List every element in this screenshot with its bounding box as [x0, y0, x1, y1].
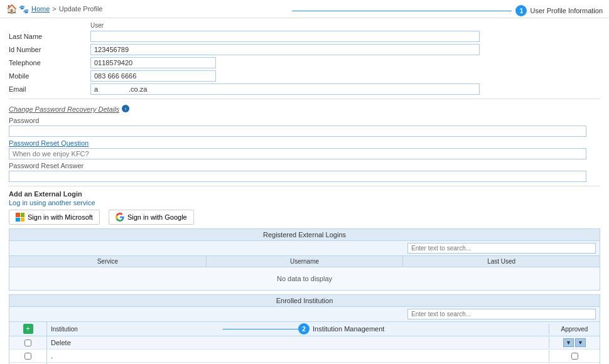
password-label: Password	[9, 117, 600, 124]
user-field-label: User	[90, 22, 104, 29]
registered-logins-empty: No data to display	[9, 267, 600, 290]
approved-col-header: Approved	[549, 324, 600, 335]
delete-all-checkbox[interactable]	[24, 340, 31, 346]
change-password-label[interactable]: Change Password Recovery Details	[9, 105, 119, 113]
approved-filter-dropdown[interactable]: ▼	[563, 338, 574, 347]
external-login-title: Add an External Login	[9, 190, 600, 198]
enrolled-search[interactable]	[407, 309, 596, 319]
col-lastused: Last Used	[403, 256, 600, 267]
external-login-subtitle: Log in using another service	[9, 199, 600, 206]
registered-logins-title: Registered External Logins	[9, 229, 600, 241]
last-name-label: Last Name	[9, 33, 90, 40]
info-icon[interactable]: i	[122, 105, 129, 112]
password-input[interactable]	[9, 126, 586, 137]
breadcrumb-home[interactable]: Home	[31, 5, 50, 13]
ms-signin-button[interactable]: Sign in with Microsoft	[9, 210, 100, 225]
registered-logins-search[interactable]	[407, 243, 596, 254]
top-bar: 🏠 🐾 Home > Update Profile 1 User Profile…	[0, 0, 609, 18]
id-number-input[interactable]	[90, 44, 480, 55]
ms-button-label: Sign in with Microsoft	[28, 213, 93, 221]
paw-icon: 🐾	[19, 4, 29, 14]
breadcrumb-current: Update Profile	[59, 5, 103, 13]
breadcrumb-sep: >	[52, 5, 56, 13]
annotation-badge-2: 2	[298, 323, 310, 335]
col-service: Service	[9, 256, 207, 267]
add-institution-button[interactable]: +	[23, 324, 33, 334]
password-answer-input[interactable]	[9, 171, 586, 182]
annotation2-label: Institution Management	[313, 325, 384, 333]
registered-logins-grid: Registered External Logins Service Usern…	[9, 228, 600, 291]
google-button-label: Sign in with Google	[127, 213, 187, 221]
annotation1-label: User Profile Information	[530, 7, 603, 14]
enrolled-institution-grid: Enrolled Institution + Institution 2 Ins…	[9, 294, 600, 364]
home-icon: 🏠	[6, 4, 17, 14]
id-number-label: Id Number	[9, 46, 90, 53]
password-answer-label: Password Reset Answer	[9, 162, 600, 169]
telephone-input[interactable]	[90, 57, 216, 68]
email-label: Email	[9, 85, 90, 93]
google-icon	[116, 213, 124, 222]
row1-approved-checkbox[interactable]	[571, 353, 578, 360]
col-username: Username	[207, 256, 404, 267]
row1-checkbox[interactable]	[24, 353, 31, 360]
google-signin-button[interactable]: Sign in with Google	[109, 210, 194, 225]
institution-col-header: Institution 2 Institution Management	[47, 324, 549, 335]
password-question-label: Password Reset Question	[9, 139, 600, 147]
approved-filter-dropdown2[interactable]: ▼	[575, 338, 586, 347]
delete-label: Delete	[47, 337, 549, 348]
row1-institution: .	[47, 350, 549, 361]
microsoft-icon	[16, 213, 24, 222]
password-question-input[interactable]	[9, 148, 586, 159]
mobile-input[interactable]	[90, 70, 216, 82]
annotation-badge-1: 1	[515, 5, 527, 16]
enrolled-title: Enrolled Institution	[276, 297, 333, 304]
telephone-label: Telephone	[9, 59, 90, 67]
mobile-label: Mobile	[9, 72, 90, 80]
last-name-input[interactable]	[90, 31, 480, 42]
email-input[interactable]	[90, 83, 480, 95]
